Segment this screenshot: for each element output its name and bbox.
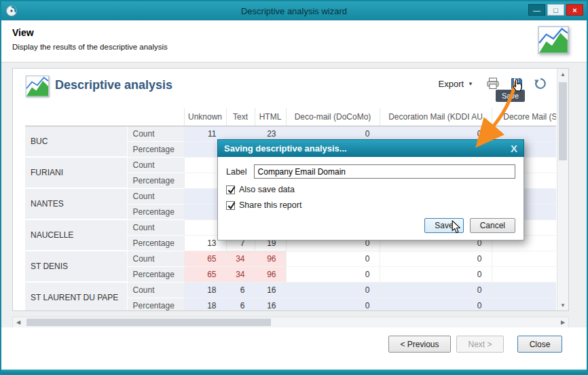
also-save-data-checkbox[interactable]: [226, 185, 235, 194]
stat-cell: Count: [127, 251, 184, 266]
column-header: Unknown: [184, 108, 226, 126]
city-cell: ST LAURENT DU PAPE: [25, 282, 127, 310]
table-row: ST DENISCount65349600: [25, 251, 556, 266]
horizontal-scrollbar[interactable]: ◀ ▶: [12, 317, 569, 328]
value-cell: 0: [286, 282, 380, 298]
value-cell: 34: [226, 266, 255, 282]
scroll-right-icon[interactable]: ▶: [557, 317, 568, 327]
city-cell: NAUCELLE: [25, 219, 127, 251]
save-icon[interactable]: [510, 77, 523, 90]
panel-title: Descriptive analysis: [55, 78, 172, 92]
dialog-titlebar[interactable]: Saving descriptive analysis... X: [217, 139, 524, 157]
value-cell: 18: [184, 298, 226, 310]
table-row: ST LAURENT DU PAPECount1861600: [25, 282, 556, 298]
city-cell: ST DENIS: [25, 251, 127, 282]
minimize-button[interactable]: —: [528, 4, 545, 16]
stat-cell: Percentage: [127, 204, 184, 219]
view-header: View Display the results of the descript…: [1, 20, 587, 62]
share-report-label: Share this report: [239, 200, 301, 210]
titlebar[interactable]: Descriptive analysis wizard — □ ×: [1, 1, 587, 20]
scroll-down-icon[interactable]: ▼: [557, 300, 568, 310]
stat-cell: Percentage: [127, 173, 184, 188]
dialog-close-icon[interactable]: X: [511, 143, 517, 154]
value-cell: 0: [380, 266, 492, 282]
stat-cell: Percentage: [127, 141, 184, 157]
refresh-icon[interactable]: [534, 77, 547, 90]
window-title: Descriptive analysis wizard: [1, 6, 587, 16]
stat-cell: Count: [127, 219, 184, 235]
maximize-button[interactable]: □: [547, 4, 564, 16]
dialog-cancel-button[interactable]: Cancel: [470, 218, 515, 233]
corner-cell: [25, 108, 127, 126]
value-cell: 0: [286, 266, 380, 282]
value-cell: 65: [184, 251, 226, 266]
toolbar: Export ▼: [436, 77, 548, 90]
close-window-button[interactable]: ×: [566, 4, 583, 16]
next-button: Next >: [456, 336, 504, 353]
value-cell: 96: [255, 266, 286, 282]
vertical-scrollbar[interactable]: ▲ ▼: [557, 69, 568, 310]
corner-cell: [127, 108, 184, 126]
value-cell: 6: [226, 282, 255, 298]
value-cell: [492, 298, 556, 310]
value-cell: 0: [380, 298, 492, 310]
value-cell: 16: [255, 298, 286, 310]
scroll-up-icon[interactable]: ▲: [557, 69, 568, 79]
close-button[interactable]: Close: [517, 336, 562, 353]
city-cell: NANTES: [25, 188, 127, 219]
label-caption: Label: [226, 167, 247, 177]
export-label: Export: [439, 79, 464, 89]
chevron-down-icon: ▼: [468, 81, 473, 87]
label-input[interactable]: [254, 164, 515, 179]
dialog-save-button[interactable]: Save: [424, 218, 463, 233]
column-header: Decore Mail (So: [492, 108, 556, 126]
page-title: View: [12, 27, 34, 38]
city-cell: FURIANI: [25, 157, 127, 188]
export-button[interactable]: Export ▼: [436, 77, 477, 90]
stat-cell: Percentage: [127, 298, 184, 310]
value-cell: [492, 266, 556, 282]
value-cell: 0: [286, 298, 380, 310]
previous-button[interactable]: < Previous: [388, 336, 451, 353]
stat-cell: Percentage: [127, 235, 184, 251]
vertical-scroll-thumb[interactable]: [559, 82, 567, 160]
window-bottom-border: [1, 370, 587, 374]
value-cell: 0: [380, 282, 492, 298]
chart-icon: [538, 26, 569, 54]
wizard-window: Descriptive analysis wizard — □ × View D…: [0, 0, 588, 375]
stat-cell: Count: [127, 282, 184, 298]
stat-cell: Percentage: [127, 266, 184, 282]
footer: < Previous Next > Close: [1, 327, 587, 370]
page-subtitle: Display the results of the descriptive a…: [12, 43, 168, 51]
column-header: Decoration Mail (KDDI AU: [380, 108, 492, 126]
chart-icon: [25, 75, 50, 97]
value-cell: 0: [380, 251, 492, 266]
column-header: Text: [226, 108, 255, 126]
save-tooltip: Save: [496, 90, 525, 102]
value-cell: 16: [255, 282, 286, 298]
share-report-checkbox[interactable]: [226, 201, 235, 210]
scroll-left-icon[interactable]: ◀: [13, 317, 24, 327]
stat-cell: Count: [127, 188, 184, 204]
value-cell: 18: [184, 282, 226, 298]
stat-cell: Count: [127, 126, 184, 141]
value-cell: 34: [226, 251, 255, 266]
print-icon[interactable]: [486, 77, 500, 90]
horizontal-scroll-thumb[interactable]: [26, 319, 271, 326]
column-header: Deco-mail (DoCoMo): [286, 108, 380, 126]
dialog-title: Saving descriptive analysis...: [224, 143, 347, 154]
column-header: HTML: [255, 108, 286, 126]
city-cell: BUC: [25, 126, 127, 157]
value-cell: 6: [226, 298, 255, 310]
value-cell: 0: [286, 251, 380, 266]
value-cell: 96: [255, 251, 286, 266]
value-cell: [492, 251, 556, 266]
panel-header: Descriptive analysis Export ▼: [13, 69, 557, 108]
value-cell: [492, 282, 556, 298]
also-save-data-label: Also save data: [239, 185, 295, 194]
dialog-body: Label Also save data Share this report S…: [217, 157, 524, 240]
value-cell: 65: [184, 266, 226, 282]
stat-cell: Count: [127, 157, 184, 173]
save-dialog: Saving descriptive analysis... X Label A…: [217, 139, 524, 240]
